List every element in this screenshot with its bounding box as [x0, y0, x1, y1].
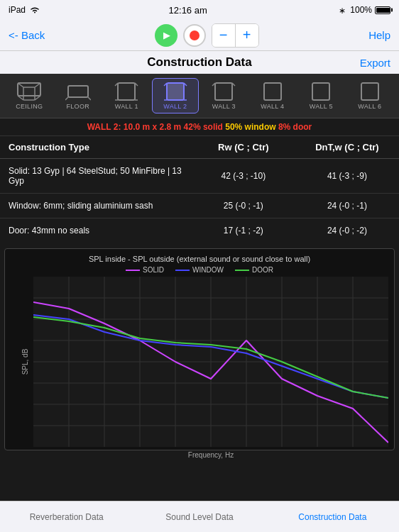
status-right: ∗ 100%	[336, 5, 390, 15]
chart-legend: SOLID WINDOW DOOR	[8, 266, 391, 274]
x-axis-label: Frequency, Hz	[33, 451, 388, 459]
door-legend-label: DOOR	[252, 266, 273, 274]
tab-wall5[interactable]: WALL 5	[297, 78, 345, 113]
bluetooth-icon: ∗	[336, 6, 347, 14]
wall4-label: WALL 4	[261, 103, 284, 110]
tab-wall3[interactable]: WALL 3	[200, 78, 248, 113]
legend-door: DOOR	[235, 266, 273, 274]
row1-type: Solid: 13 Gyp | 64 SteelStud; 50 MinFibr…	[0, 159, 192, 194]
wall1-label: WALL 1	[115, 103, 138, 110]
svg-rect-23	[264, 83, 281, 100]
ipad-label: iPad	[9, 5, 26, 15]
svg-rect-20	[215, 83, 232, 100]
status-left: iPad	[9, 5, 40, 15]
chart-container: SPL inside - SPL outside (external sound…	[4, 248, 395, 450]
tab-wall6[interactable]: WALL 6	[346, 78, 394, 113]
col-header-dnt: DnT,w (C ; Ctr)	[295, 136, 399, 159]
wall3-icon	[211, 82, 236, 101]
battery-percent: 100%	[350, 5, 372, 15]
chart-area: SPL, dB 0 -10 -20 -30	[33, 277, 388, 447]
nav-bar: <- Back − + Help	[0, 20, 399, 51]
wall2-label: WALL 2	[163, 103, 187, 110]
svg-rect-24	[312, 83, 329, 100]
row3-dnt: 24 (-0 ; -2)	[295, 218, 399, 243]
status-bar: iPad 12:16 am ∗ 100%	[0, 0, 399, 20]
nav-controls: − +	[155, 23, 259, 48]
chart-svg: 0 -10 -20 -30 -40 -50 -60 -70 31 63 125 …	[33, 277, 388, 447]
wall6-label: WALL 6	[358, 103, 381, 110]
construction-tab-bar: CEILING FLOOR WALL 1 WALL 2	[0, 74, 399, 118]
tab-construction[interactable]: Construction Data	[266, 506, 399, 528]
row2-rw: 25 (-0 ; -1)	[192, 194, 295, 218]
floor-icon	[65, 82, 91, 101]
info-banner: WALL 2: 10.0 m x 2.8 m 42% solid 50% win…	[0, 118, 399, 136]
record-button[interactable]	[183, 24, 206, 47]
row3-rw: 17 (-1 ; -2)	[192, 218, 295, 243]
banner-dimensions: 10.0 m x 2.8 m	[124, 122, 184, 132]
tab-wall2[interactable]: WALL 2	[152, 78, 200, 113]
floor-label: FLOOR	[66, 103, 89, 110]
door-legend-line	[235, 270, 249, 271]
wall4-icon	[260, 82, 285, 101]
banner-solid: 42% solid	[184, 122, 226, 132]
record-inner	[190, 31, 200, 40]
bottom-tab-bar: Reverberation Data Sound Level Data Cons…	[0, 501, 399, 532]
tab-wall4[interactable]: WALL 4	[249, 78, 297, 113]
svg-text:∗: ∗	[339, 6, 346, 14]
status-time: 12:16 am	[169, 5, 207, 16]
battery-icon	[375, 6, 390, 14]
tab-reverberation[interactable]: Reverberation Data	[0, 506, 133, 528]
row2-type: Window: 6mm; sliding aluminium sash	[0, 194, 192, 218]
tab-floor[interactable]: FLOOR	[55, 78, 102, 113]
svg-rect-15	[167, 83, 184, 100]
svg-line-9	[88, 97, 91, 100]
wall2-icon	[163, 82, 188, 101]
decrement-button[interactable]: −	[212, 24, 235, 47]
ceiling-icon	[16, 82, 42, 101]
table-row: Door: 43mm no seals 17 (-1 ; -2) 24 (-0 …	[0, 218, 399, 243]
banner-door: 8% door	[278, 122, 312, 132]
legend-window: WINDOW	[175, 266, 224, 274]
table-row: Window: 6mm; sliding aluminium sash 25 (…	[0, 194, 399, 218]
data-table: Construction Type Rw (C ; Ctr) DnT,w (C …	[0, 136, 399, 243]
help-button[interactable]: Help	[368, 29, 390, 41]
stepper-control[interactable]: − +	[212, 23, 259, 48]
chart-title: SPL inside - SPL outside (external sound…	[8, 255, 391, 263]
svg-rect-25	[361, 83, 378, 100]
tab-ceiling[interactable]: CEILING	[6, 78, 53, 113]
wall5-icon	[308, 82, 334, 101]
banner-window: 50% window	[225, 122, 278, 132]
svg-line-8	[65, 97, 68, 100]
wall1-icon	[114, 82, 139, 101]
col-header-rw: Rw (C ; Ctr)	[192, 136, 295, 159]
play-button[interactable]	[155, 24, 177, 47]
wall6-icon	[357, 82, 383, 101]
page-title: Construction Data	[147, 55, 251, 70]
solid-legend-label: SOLID	[143, 266, 164, 274]
title-row: Construction Data Export	[0, 51, 399, 74]
wall5-label: WALL 5	[310, 103, 333, 110]
col-header-type: Construction Type	[0, 136, 192, 159]
y-axis-label: SPL, dB	[21, 349, 29, 375]
tab-wall1[interactable]: WALL 1	[103, 78, 151, 113]
window-legend-label: WINDOW	[192, 266, 224, 274]
table-row: Solid: 13 Gyp | 64 SteelStud; 50 MinFibr…	[0, 159, 399, 194]
increment-button[interactable]: +	[236, 24, 258, 47]
banner-name: WALL 2:	[87, 122, 124, 132]
legend-solid: SOLID	[126, 266, 164, 274]
row1-dnt: 41 (-3 ; -9)	[295, 159, 399, 194]
svg-rect-7	[68, 86, 88, 97]
tab-sound-level[interactable]: Sound Level Data	[133, 506, 266, 528]
svg-rect-10	[118, 83, 135, 100]
row2-dnt: 24 (-0 ; -1)	[295, 194, 399, 218]
solid-legend-line	[126, 270, 140, 271]
export-button[interactable]: Export	[360, 57, 390, 69]
window-legend-line	[175, 270, 190, 271]
wifi-icon	[30, 6, 40, 13]
ceiling-label: CEILING	[16, 103, 43, 110]
row1-rw: 42 (-3 ; -10)	[192, 159, 295, 194]
svg-rect-6	[23, 87, 35, 100]
wall3-label: WALL 3	[212, 103, 236, 110]
row3-type: Door: 43mm no seals	[0, 218, 192, 243]
back-button[interactable]: <- Back	[9, 29, 45, 41]
